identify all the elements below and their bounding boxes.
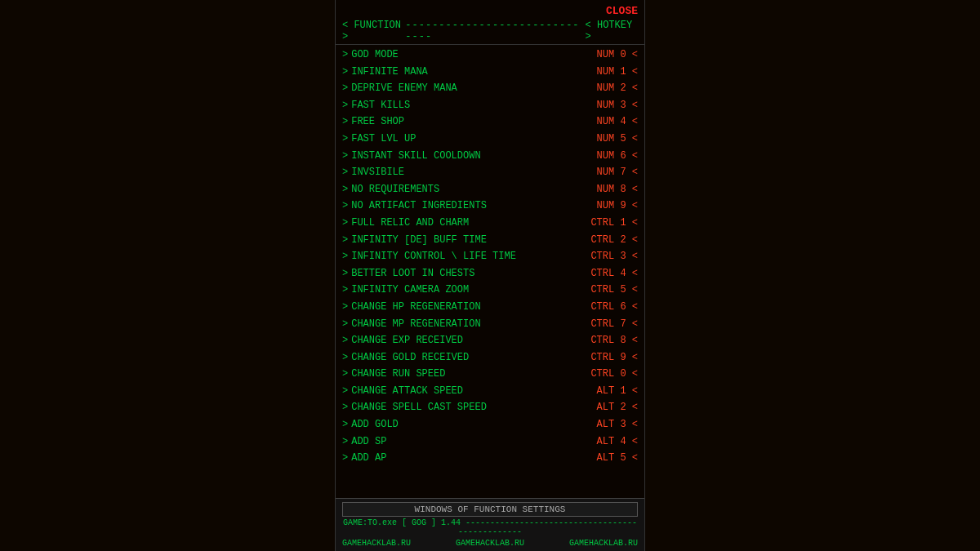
close-button[interactable]: CLOSE	[606, 5, 638, 17]
func-arrow-18: >	[342, 350, 348, 366]
func-hotkey-14: CTRL 5 <	[590, 282, 638, 298]
func-hotkey-4: NUM 4 <	[597, 114, 638, 130]
func-hotkey-8: NUM 8 <	[597, 182, 638, 198]
function-row-4[interactable]: >FREE SHOPNUM 4 <	[336, 113, 644, 131]
function-row-17[interactable]: >CHANGE EXP RECEIVEDCTRL 8 <	[336, 332, 644, 349]
header-separator: ------------------------------	[405, 20, 585, 42]
func-name-21: CHANGE SPELL CAST SPEED	[351, 400, 487, 415]
func-name-1: INFINITE MANA	[351, 64, 428, 80]
func-arrow-19: >	[342, 367, 348, 382]
func-name-10: FULL RELIC AND CHARM	[351, 216, 469, 231]
func-hotkey-10: CTRL 1 <	[590, 216, 638, 231]
func-name-14: INFINITY CAMERA ZOOM	[351, 282, 469, 298]
function-row-14[interactable]: >INFINITY CAMERA ZOOMCTRL 5 <	[336, 282, 644, 299]
function-row-16[interactable]: >CHANGE MP REGENERATIONCTRL 7 <	[336, 316, 644, 333]
func-arrow-16: >	[342, 317, 348, 332]
func-hotkey-15: CTRL 6 <	[590, 300, 638, 315]
func-hotkey-24: ALT 5 <	[597, 451, 638, 466]
func-name-20: CHANGE ATTACK SPEED	[351, 384, 463, 399]
function-row-13[interactable]: >BETTER LOOT IN CHESTSCTRL 4 <	[336, 265, 644, 282]
func-hotkey-22: ALT 3 <	[597, 417, 638, 433]
func-hotkey-13: CTRL 4 <	[590, 266, 638, 282]
background-left	[0, 0, 335, 551]
func-arrow-6: >	[342, 149, 348, 164]
func-name-11: INFINITY [DE] BUFF TIME	[351, 233, 487, 248]
function-row-20[interactable]: >CHANGE ATTACK SPEEDALT 1 <	[336, 383, 644, 400]
func-hotkey-11: CTRL 2 <	[590, 233, 638, 248]
func-hotkey-7: NUM 7 <	[597, 165, 638, 180]
func-name-18: CHANGE GOLD RECEIVED	[351, 350, 469, 366]
function-row-19[interactable]: >CHANGE RUN SPEEDCTRL 0 <	[336, 366, 644, 383]
func-arrow-2: >	[342, 81, 348, 96]
function-row-24[interactable]: >ADD APALT 5 <	[336, 450, 644, 467]
func-arrow-13: >	[342, 266, 348, 282]
func-name-16: CHANGE MP REGENERATION	[351, 317, 480, 332]
function-row-8[interactable]: >NO REQUIREMENTSNUM 8 <	[336, 181, 644, 198]
func-arrow-12: >	[342, 249, 348, 264]
func-arrow-23: >	[342, 434, 348, 450]
func-hotkey-6: NUM 6 <	[597, 149, 638, 164]
func-hotkey-3: NUM 3 <	[597, 98, 638, 113]
func-name-6: INSTANT SKILL COOLDOWN	[351, 149, 480, 164]
func-name-8: NO REQUIREMENTS	[351, 182, 439, 198]
function-row-9[interactable]: >NO ARTIFACT INGREDIENTSNUM 9 <	[336, 198, 644, 215]
windows-label: WINDOWS OF FUNCTION SETTINGS	[342, 502, 638, 517]
function-row-11[interactable]: >INFINITY [DE] BUFF TIMECTRL 2 <	[336, 232, 644, 249]
close-bar: CLOSE	[336, 0, 644, 18]
function-row-21[interactable]: >CHANGE SPELL CAST SPEEDALT 2 <	[336, 399, 644, 416]
function-row-12[interactable]: >INFINITY CONTROL \ LIFE TIMECTRL 3 <	[336, 248, 644, 265]
background-right	[645, 0, 980, 551]
func-arrow-11: >	[342, 233, 348, 248]
main-panel: CLOSE < FUNCTION > ---------------------…	[335, 0, 645, 551]
game-info: GAME:TO.exe [ GOG ] 1.44 ---------------…	[342, 517, 638, 538]
func-hotkey-19: CTRL 0 <	[590, 367, 638, 382]
func-arrow-9: >	[342, 198, 348, 214]
func-hotkey-1: NUM 1 <	[597, 64, 638, 80]
func-name-4: FREE SHOP	[351, 114, 404, 130]
func-name-5: FAST LVL UP	[351, 131, 416, 147]
function-row-22[interactable]: >ADD GOLDALT 3 <	[336, 416, 644, 433]
function-row-2[interactable]: >DEPRIVE ENEMY MANANUM 2 <	[336, 80, 644, 97]
func-name-19: CHANGE RUN SPEED	[351, 367, 445, 382]
func-arrow-7: >	[342, 165, 348, 180]
function-row-23[interactable]: >ADD SPALT 4 <	[336, 433, 644, 451]
func-name-3: FAST KILLS	[351, 98, 410, 113]
function-row-5[interactable]: >FAST LVL UPNUM 5 <	[336, 131, 644, 148]
func-name-13: BETTER LOOT IN CHESTS	[351, 266, 474, 282]
func-arrow-10: >	[342, 216, 348, 231]
function-row-0[interactable]: >GOD MODENUM 0 <	[336, 47, 644, 64]
function-row-7[interactable]: >INVSIBILENUM 7 <	[336, 164, 644, 181]
func-hotkey-5: NUM 5 <	[597, 131, 638, 147]
func-hotkey-2: NUM 2 <	[597, 81, 638, 96]
function-row-1[interactable]: >INFINITE MANANUM 1 <	[336, 64, 644, 81]
game-exe: GAME:TO.exe [ GOG ] 1.44 ---------------…	[342, 518, 638, 536]
func-name-17: CHANGE EXP RECEIVED	[351, 333, 463, 349]
func-name-0: GOD MODE	[351, 47, 399, 63]
function-row-6[interactable]: >INSTANT SKILL COOLDOWNNUM 6 <	[336, 148, 644, 165]
header-hotkey-label: < HOTKEY >	[586, 20, 638, 42]
function-row-3[interactable]: >FAST KILLSNUM 3 <	[336, 97, 644, 114]
func-arrow-0: >	[342, 47, 348, 63]
func-arrow-21: >	[342, 400, 348, 415]
function-row-10[interactable]: >FULL RELIC AND CHARMCTRL 1 <	[336, 215, 644, 232]
func-arrow-22: >	[342, 417, 348, 433]
func-arrow-4: >	[342, 114, 348, 130]
func-name-15: CHANGE HP REGENERATION	[351, 300, 480, 315]
func-arrow-15: >	[342, 300, 348, 315]
func-name-23: ADD SP	[351, 434, 386, 450]
func-hotkey-0: NUM 0 <	[597, 47, 638, 63]
function-row-18[interactable]: >CHANGE GOLD RECEIVEDCTRL 9 <	[336, 349, 644, 367]
func-name-24: ADD AP	[351, 451, 386, 466]
func-arrow-24: >	[342, 451, 348, 466]
sites-row: GAMEHACKLAB.RU GAMEHACKLAB.RU GAMEHACKLA…	[342, 538, 638, 549]
func-hotkey-16: CTRL 7 <	[590, 317, 638, 332]
func-arrow-8: >	[342, 182, 348, 198]
function-row-15[interactable]: >CHANGE HP REGENERATIONCTRL 6 <	[336, 299, 644, 316]
site3: GAMEHACKLAB.RU	[569, 539, 638, 548]
func-hotkey-21: ALT 2 <	[597, 400, 638, 415]
func-name-7: INVSIBILE	[351, 165, 404, 180]
func-arrow-3: >	[342, 98, 348, 113]
site2: GAMEHACKLAB.RU	[456, 539, 524, 548]
bottom-bar: WINDOWS OF FUNCTION SETTINGS GAME:TO.exe…	[336, 498, 644, 551]
header-function-label: < FUNCTION >	[342, 20, 405, 42]
